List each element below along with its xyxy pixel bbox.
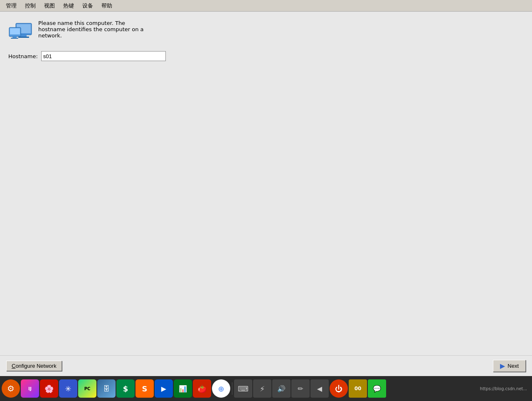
back-taskbar-icon[interactable]: ◀ [310,379,329,398]
menu-control[interactable]: 控制 [21,1,40,10]
svg-rect-5 [10,28,20,34]
hostname-input[interactable] [41,51,166,61]
power-taskbar-icon[interactable]: ⏻ [330,379,348,398]
chrome-icon: ⊕ [218,384,224,393]
monitor-icon: 📊 [179,385,187,393]
menu-help[interactable]: 帮助 [97,1,116,10]
power-icon: ⏻ [335,384,342,393]
settings-icon: ⚙ [7,384,15,394]
menu-devices[interactable]: 设备 [78,1,97,10]
star-taskbar-icon[interactable]: ✳ [59,379,77,398]
pen-icon: ✏ [298,385,303,393]
next-label: Next [507,363,519,369]
db-icon: 🗄 [103,385,110,393]
redapp-icon: 🌸 [44,384,54,393]
pen-taskbar-icon[interactable]: ✏ [291,379,310,398]
header-section: Please name this computer. The hostname … [8,20,524,43]
chrome-taskbar-icon[interactable]: ⊕ [212,379,230,398]
star-icon: ✳ [65,384,71,393]
keyboard-taskbar-icon[interactable]: ⌨ [234,379,252,398]
settings-taskbar-icon[interactable]: ⚙ [2,379,20,398]
sublime-taskbar-icon[interactable]: S [135,379,154,398]
menubar: 管理 控制 视图 热键 设备 帮助 [0,0,532,12]
intellij-taskbar-icon[interactable]: IJ [21,379,39,398]
tomato-taskbar-icon[interactable]: 🍅 [193,379,211,398]
volume-taskbar-icon[interactable]: 🔊 [272,379,291,398]
redapp-taskbar-icon[interactable]: 🌸 [40,379,58,398]
svg-rect-6 [12,37,17,38]
menu-view[interactable]: 视图 [40,1,59,10]
chat-taskbar-icon[interactable]: 💬 [368,379,386,398]
usb-taskbar-icon[interactable]: ⚡ [253,379,271,398]
keyboard-icon: ⌨ [238,384,249,393]
tomato-icon: 🍅 [197,384,207,393]
monitor-taskbar-icon[interactable]: 📊 [174,379,192,398]
url-text: https://blog.csdn.net... [480,386,527,391]
dollar-taskbar-icon[interactable]: $ [116,379,135,398]
configure-network-label: Configure Network [12,363,57,369]
menu-manage[interactable]: 管理 [2,1,21,10]
configure-network-button[interactable]: Configure Network [6,361,62,371]
description-line2: hostname identifies the computer on a [38,26,144,32]
header-description: Please name this computer. The hostname … [38,20,144,39]
menu-hotkeys[interactable]: 热键 [59,1,78,10]
media-taskbar-icon[interactable]: ▶ [155,379,173,398]
computer-icon [8,20,33,43]
volume-icon: 🔊 [277,385,286,393]
media-icon: ▶ [161,385,166,393]
clock-icon: 00 [355,386,362,391]
description-line1: Please name this computer. The [38,20,144,26]
hostname-row: Hostname: [8,51,524,61]
pycharm-icon: PC [84,386,91,391]
sublime-icon: S [142,384,148,393]
usb-icon: ⚡ [260,384,265,393]
db-taskbar-icon[interactable]: 🗄 [97,379,116,398]
intellij-icon: IJ [28,386,32,391]
svg-rect-7 [11,38,18,39]
dollar-icon: $ [123,384,128,393]
clock-taskbar-icon[interactable]: 00 [349,379,367,398]
taskbar-separator [232,382,232,395]
next-arrow-icon: ▶ [500,362,505,370]
description-line3: network. [38,32,144,39]
taskbar: ⚙ IJ 🌸 ✳ PC 🗄 $ S ▶ 📊 🍅 ⊕ ⌨ [0,376,532,401]
chat-icon: 💬 [373,385,381,393]
sys-tray: https://blog.csdn.net... [480,386,530,391]
back-icon: ◀ [317,385,322,393]
next-button[interactable]: ▶ Next [493,360,526,372]
hostname-label: Hostname: [8,53,38,59]
bottom-bar: Configure Network ▶ Next [0,355,532,376]
pycharm-taskbar-icon[interactable]: PC [78,379,96,398]
main-content: Please name this computer. The hostname … [0,12,532,355]
svg-rect-2 [21,35,27,37]
